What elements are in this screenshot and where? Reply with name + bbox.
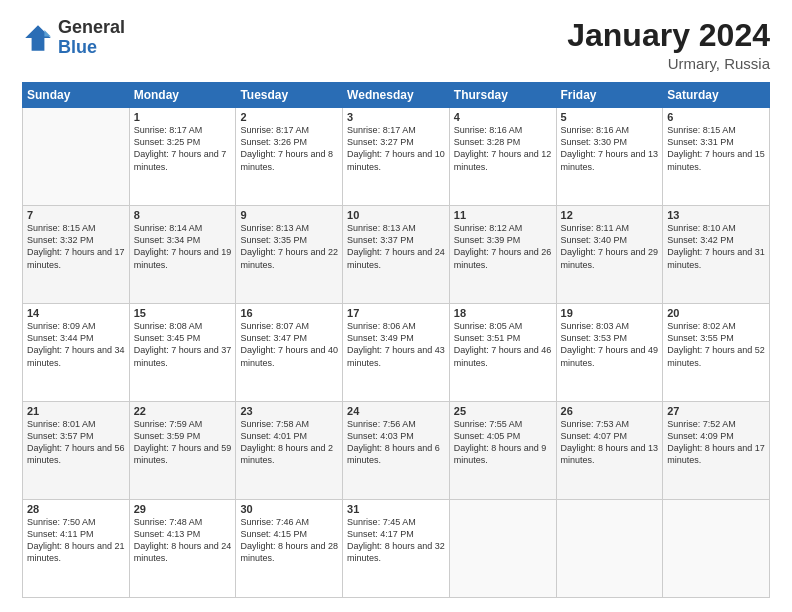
col-wednesday: Wednesday — [343, 83, 450, 108]
day-number: 5 — [561, 111, 659, 123]
day-number: 4 — [454, 111, 552, 123]
day-number: 26 — [561, 405, 659, 417]
day-info: Sunrise: 8:16 AMSunset: 3:28 PMDaylight:… — [454, 124, 552, 173]
table-row: 19Sunrise: 8:03 AMSunset: 3:53 PMDayligh… — [556, 304, 663, 402]
day-number: 1 — [134, 111, 232, 123]
table-row: 14Sunrise: 8:09 AMSunset: 3:44 PMDayligh… — [23, 304, 130, 402]
calendar-table: Sunday Monday Tuesday Wednesday Thursday… — [22, 82, 770, 598]
table-row: 15Sunrise: 8:08 AMSunset: 3:45 PMDayligh… — [129, 304, 236, 402]
day-info: Sunrise: 8:16 AMSunset: 3:30 PMDaylight:… — [561, 124, 659, 173]
col-sunday: Sunday — [23, 83, 130, 108]
logo-general-text: General — [58, 18, 125, 38]
table-row — [556, 500, 663, 598]
logo-blue-text: Blue — [58, 38, 125, 58]
table-row: 17Sunrise: 8:06 AMSunset: 3:49 PMDayligh… — [343, 304, 450, 402]
day-info: Sunrise: 7:59 AMSunset: 3:59 PMDaylight:… — [134, 418, 232, 467]
day-info: Sunrise: 8:08 AMSunset: 3:45 PMDaylight:… — [134, 320, 232, 369]
day-number: 19 — [561, 307, 659, 319]
table-row: 30Sunrise: 7:46 AMSunset: 4:15 PMDayligh… — [236, 500, 343, 598]
table-row: 20Sunrise: 8:02 AMSunset: 3:55 PMDayligh… — [663, 304, 770, 402]
day-number: 27 — [667, 405, 765, 417]
day-number: 9 — [240, 209, 338, 221]
table-row: 18Sunrise: 8:05 AMSunset: 3:51 PMDayligh… — [449, 304, 556, 402]
day-number: 23 — [240, 405, 338, 417]
day-info: Sunrise: 8:11 AMSunset: 3:40 PMDaylight:… — [561, 222, 659, 271]
day-info: Sunrise: 8:06 AMSunset: 3:49 PMDaylight:… — [347, 320, 445, 369]
table-row: 31Sunrise: 7:45 AMSunset: 4:17 PMDayligh… — [343, 500, 450, 598]
day-number: 10 — [347, 209, 445, 221]
table-row — [23, 108, 130, 206]
table-row: 23Sunrise: 7:58 AMSunset: 4:01 PMDayligh… — [236, 402, 343, 500]
table-row: 7Sunrise: 8:15 AMSunset: 3:32 PMDaylight… — [23, 206, 130, 304]
day-info: Sunrise: 7:50 AMSunset: 4:11 PMDaylight:… — [27, 516, 125, 565]
day-number: 12 — [561, 209, 659, 221]
day-info: Sunrise: 7:46 AMSunset: 4:15 PMDaylight:… — [240, 516, 338, 565]
table-row: 22Sunrise: 7:59 AMSunset: 3:59 PMDayligh… — [129, 402, 236, 500]
calendar-week-row: 7Sunrise: 8:15 AMSunset: 3:32 PMDaylight… — [23, 206, 770, 304]
day-number: 15 — [134, 307, 232, 319]
day-number: 30 — [240, 503, 338, 515]
day-number: 8 — [134, 209, 232, 221]
table-row: 6Sunrise: 8:15 AMSunset: 3:31 PMDaylight… — [663, 108, 770, 206]
logo: General Blue — [22, 18, 125, 58]
table-row: 21Sunrise: 8:01 AMSunset: 3:57 PMDayligh… — [23, 402, 130, 500]
calendar-week-row: 14Sunrise: 8:09 AMSunset: 3:44 PMDayligh… — [23, 304, 770, 402]
table-row — [449, 500, 556, 598]
day-number: 2 — [240, 111, 338, 123]
day-info: Sunrise: 8:01 AMSunset: 3:57 PMDaylight:… — [27, 418, 125, 467]
col-tuesday: Tuesday — [236, 83, 343, 108]
day-number: 17 — [347, 307, 445, 319]
table-row: 25Sunrise: 7:55 AMSunset: 4:05 PMDayligh… — [449, 402, 556, 500]
day-info: Sunrise: 7:48 AMSunset: 4:13 PMDaylight:… — [134, 516, 232, 565]
day-info: Sunrise: 8:15 AMSunset: 3:31 PMDaylight:… — [667, 124, 765, 173]
day-info: Sunrise: 8:12 AMSunset: 3:39 PMDaylight:… — [454, 222, 552, 271]
day-number: 21 — [27, 405, 125, 417]
day-number: 14 — [27, 307, 125, 319]
day-number: 28 — [27, 503, 125, 515]
day-number: 31 — [347, 503, 445, 515]
table-row: 12Sunrise: 8:11 AMSunset: 3:40 PMDayligh… — [556, 206, 663, 304]
calendar-week-row: 28Sunrise: 7:50 AMSunset: 4:11 PMDayligh… — [23, 500, 770, 598]
day-number: 7 — [27, 209, 125, 221]
table-row: 5Sunrise: 8:16 AMSunset: 3:30 PMDaylight… — [556, 108, 663, 206]
day-number: 29 — [134, 503, 232, 515]
table-row: 2Sunrise: 8:17 AMSunset: 3:26 PMDaylight… — [236, 108, 343, 206]
logo-text: General Blue — [58, 18, 125, 58]
table-row: 8Sunrise: 8:14 AMSunset: 3:34 PMDaylight… — [129, 206, 236, 304]
day-info: Sunrise: 8:13 AMSunset: 3:37 PMDaylight:… — [347, 222, 445, 271]
svg-marker-1 — [44, 30, 50, 36]
day-number: 18 — [454, 307, 552, 319]
day-info: Sunrise: 8:15 AMSunset: 3:32 PMDaylight:… — [27, 222, 125, 271]
calendar-week-row: 21Sunrise: 8:01 AMSunset: 3:57 PMDayligh… — [23, 402, 770, 500]
day-info: Sunrise: 7:55 AMSunset: 4:05 PMDaylight:… — [454, 418, 552, 467]
title-block: January 2024 Urmary, Russia — [567, 18, 770, 72]
table-row: 29Sunrise: 7:48 AMSunset: 4:13 PMDayligh… — [129, 500, 236, 598]
day-number: 24 — [347, 405, 445, 417]
table-row: 24Sunrise: 7:56 AMSunset: 4:03 PMDayligh… — [343, 402, 450, 500]
day-info: Sunrise: 8:05 AMSunset: 3:51 PMDaylight:… — [454, 320, 552, 369]
day-info: Sunrise: 8:14 AMSunset: 3:34 PMDaylight:… — [134, 222, 232, 271]
day-info: Sunrise: 7:58 AMSunset: 4:01 PMDaylight:… — [240, 418, 338, 467]
day-info: Sunrise: 7:56 AMSunset: 4:03 PMDaylight:… — [347, 418, 445, 467]
day-info: Sunrise: 8:17 AMSunset: 3:26 PMDaylight:… — [240, 124, 338, 173]
day-info: Sunrise: 8:07 AMSunset: 3:47 PMDaylight:… — [240, 320, 338, 369]
svg-marker-0 — [25, 25, 51, 51]
day-info: Sunrise: 7:52 AMSunset: 4:09 PMDaylight:… — [667, 418, 765, 467]
col-saturday: Saturday — [663, 83, 770, 108]
table-row: 27Sunrise: 7:52 AMSunset: 4:09 PMDayligh… — [663, 402, 770, 500]
day-number: 16 — [240, 307, 338, 319]
day-number: 25 — [454, 405, 552, 417]
calendar-week-row: 1Sunrise: 8:17 AMSunset: 3:25 PMDaylight… — [23, 108, 770, 206]
table-row: 9Sunrise: 8:13 AMSunset: 3:35 PMDaylight… — [236, 206, 343, 304]
col-friday: Friday — [556, 83, 663, 108]
col-thursday: Thursday — [449, 83, 556, 108]
table-row — [663, 500, 770, 598]
day-info: Sunrise: 7:53 AMSunset: 4:07 PMDaylight:… — [561, 418, 659, 467]
logo-icon — [22, 22, 54, 54]
day-info: Sunrise: 8:03 AMSunset: 3:53 PMDaylight:… — [561, 320, 659, 369]
day-number: 6 — [667, 111, 765, 123]
day-info: Sunrise: 8:17 AMSunset: 3:25 PMDaylight:… — [134, 124, 232, 173]
header: General Blue January 2024 Urmary, Russia — [22, 18, 770, 72]
table-row: 4Sunrise: 8:16 AMSunset: 3:28 PMDaylight… — [449, 108, 556, 206]
table-row: 16Sunrise: 8:07 AMSunset: 3:47 PMDayligh… — [236, 304, 343, 402]
